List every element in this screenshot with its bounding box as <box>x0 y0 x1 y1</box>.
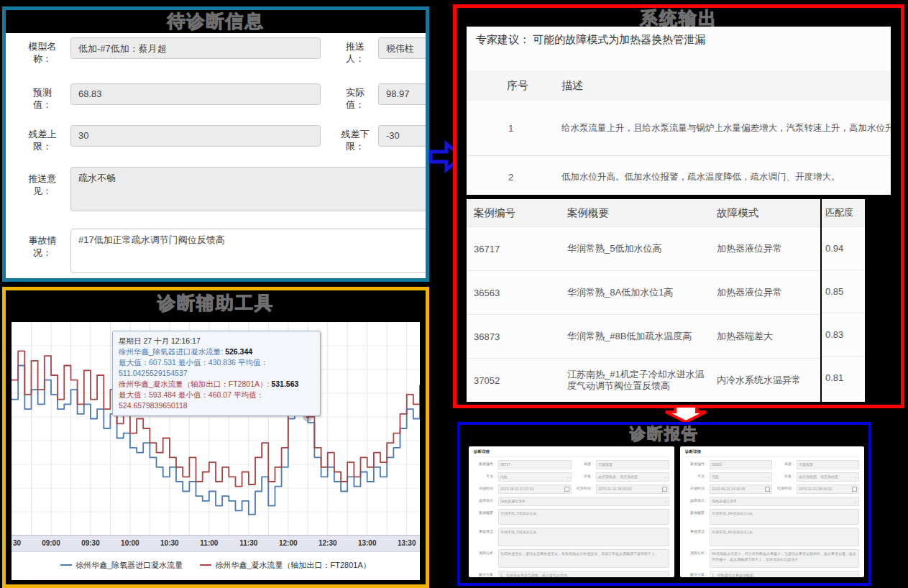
report-solution-label: 解决方案： <box>685 571 708 577</box>
panel-system-output: 系统输出 专家建议： 可能的故障模式为加热器换热管泄漏 序号 描述 1 给水泵流… <box>453 4 904 408</box>
case-row[interactable]: 37052 江苏南热_#1机定子冷却水进水温度气动调节阀位置反馈高 内冷水系统水… <box>467 358 820 402</box>
chevron-down-icon: ⌄ <box>664 474 667 480</box>
calendar-icon[interactable] <box>662 487 667 492</box>
actual-value-input[interactable]: 98.97 <box>378 83 426 105</box>
report-start-datepicker[interactable]: 2019-08-03 07:07:01 <box>498 484 572 494</box>
case-fault-mode: 加热器端差大 <box>711 330 820 343</box>
report-mode-select[interactable]: 加热器液位异常⌄ <box>710 497 859 506</box>
report-incident-label: 事故情况： <box>474 528 497 546</box>
report-source-input[interactable]: 早期预警 <box>797 460 859 469</box>
case-fault-mode: 加热器液位异常 <box>711 242 820 255</box>
report-card: 诊断详情 案例编号： 36717 来源： 早期预警 专业： 汽机⌄ 设备： 高压… <box>469 446 674 577</box>
report-incident-textarea[interactable]: 华润常熟_8A低加水位1高 <box>710 528 859 546</box>
report-incident-textarea[interactable]: 华润常熟_5低加水位高 <box>498 528 669 546</box>
report-cause-label: 原因分析： <box>474 549 497 568</box>
report-solution-textarea[interactable]: 1、控制凝结水量波动幅度。 2、优化正常疏水调节阀控制逻辑。 3、考虑改造扩大疏… <box>710 571 859 577</box>
desc-header-desc: 描述 <box>561 79 583 93</box>
tooltip-series1-stats: 最大值：607.531 最小值：430.836 平均值：511.04255291… <box>119 357 314 379</box>
description-table-header: 序号 描述 <box>467 70 891 101</box>
case-header-id: 案例编号 <box>467 206 567 220</box>
residual-lower-label: 残差下限： <box>341 128 370 152</box>
report-source-input[interactable]: 早期预警 <box>596 460 669 469</box>
match-value: 0.83 <box>822 313 865 356</box>
panel-title-diagnosis-tool: 诊断辅助工具 <box>6 290 426 315</box>
calendar-icon[interactable] <box>852 487 857 492</box>
x-axis-tick: 10:00 <box>118 539 142 547</box>
flow-arrow-down-icon <box>663 405 709 423</box>
chart-legend: 徐州华鑫_除氧器进口凝水流量徐州华鑫_凝水流量（轴加出口：FT2801A） <box>12 551 420 578</box>
expert-advice-label: 专家建议： <box>476 33 530 45</box>
tooltip-series1-value: 徐州华鑫_除氧器进口凝水流量: 526.344 <box>119 346 314 357</box>
report-incident-label: 事故情况： <box>685 528 708 546</box>
x-axis-tick: 12:00 <box>276 539 301 547</box>
match-score-card: 匹配度 0.94 0.85 0.83 0.81 <box>822 199 865 402</box>
case-row[interactable]: 36873 华润常熟_#8B低加疏水温度高 加热器端差大 <box>467 314 820 358</box>
case-row[interactable]: 36563 华润常熟_8A低加水位1高 加热器液位异常 <box>467 270 820 314</box>
residual-lower-input[interactable]: -30 <box>378 125 426 147</box>
push-opinion-textarea[interactable]: 疏水不畅 <box>70 167 426 211</box>
report-solution-textarea[interactable]: 1、负荷变化率适当调整，减少凝结水扰动。 2、关注低加水位跟踪情况，若正常疏水调… <box>498 571 669 577</box>
legend-item[interactable]: 徐州华鑫_除氧器进口凝水流量 <box>60 560 183 571</box>
model-name-label: 模型名称： <box>24 40 60 65</box>
x-axis-tick: 11:30 <box>237 539 261 547</box>
report-summary-textarea[interactable]: 华润常熟_5低加水位高 <box>498 509 669 525</box>
x-axis-tick: 11:00 <box>197 539 221 547</box>
report-mode-select[interactable]: 加热器液位异常⌄ <box>498 497 669 506</box>
panel-title-system-output: 系统输出 <box>457 8 901 28</box>
report-cause-textarea[interactable]: 8A低加疏水压差小，经分析判断疏水量偏大，当凝结水量变化较快时，疏水量变化慢，疏… <box>710 549 859 568</box>
report-summary-label: 案例概要： <box>474 509 497 525</box>
case-summary: 江苏南热_#1机定子冷却水进水温度气动调节阀位置反馈高 <box>567 369 711 392</box>
report-device-label: 设备： <box>772 472 795 482</box>
report-device-select[interactable]: 高压加热器、低压加热器⌄ <box>797 472 859 482</box>
description-row[interactable]: 2 低加水位升高。低加水位报警，疏水温度降低，疏水调门、开度增大。 <box>467 155 891 198</box>
report-end-label: 结束时间： <box>572 484 595 494</box>
report-card: 诊断详情 案例编号： 36563 来源： 早期预警 专业： 汽机⌄ 设备： 高压… <box>680 446 864 577</box>
case-summary: 华润常熟_5低加水位高 <box>567 243 711 254</box>
report-device-select[interactable]: 高压加热器、低压加热器⌄ <box>596 472 669 482</box>
report-major-select[interactable]: 汽机⌄ <box>498 472 572 482</box>
case-fault-mode: 加热器液位异常 <box>711 286 820 299</box>
chevron-down-icon: ⌄ <box>854 498 857 505</box>
report-case-id-input[interactable]: 36563 <box>710 460 772 469</box>
report-end-datepicker[interactable]: 1970-01-01 08:00:00 <box>797 484 859 494</box>
report-card-title: 诊断详情 <box>685 449 859 457</box>
report-summary-textarea[interactable]: 华润常熟_8A低加水位1高 <box>710 509 859 525</box>
chevron-down-icon: ⌄ <box>664 498 667 505</box>
case-summary: 华润常熟_8A低加水位1高 <box>567 287 711 298</box>
case-row[interactable]: 36717 华润常熟_5低加水位高 加热器液位异常 <box>467 226 820 270</box>
pusher-label: 推送人： <box>341 40 370 65</box>
diagnosis-info-form: 模型名称： 低加-#7低加：蔡月超 推送人： 税伟柱 预测值： 68.83 实际… <box>6 33 426 278</box>
residual-upper-input[interactable]: 30 <box>70 125 321 147</box>
report-source-label: 来源： <box>572 460 595 469</box>
residual-upper-label: 残差上限： <box>24 128 60 152</box>
report-major-select[interactable]: 汽机⌄ <box>710 472 772 482</box>
calendar-icon[interactable] <box>564 487 569 492</box>
report-end-datepicker[interactable]: 1970-01-01 08:00:00 <box>596 484 669 494</box>
calendar-icon[interactable] <box>765 487 770 492</box>
case-fault-mode: 内冷水系统水温异常 <box>711 374 820 387</box>
report-case-id-label: 案例编号： <box>685 460 708 469</box>
incident-textarea[interactable]: #17低加正常疏水调节门阀位反馈高 <box>70 229 426 273</box>
expert-advice: 专家建议： 可能的故障模式为加热器换热管泄漏 <box>467 27 891 53</box>
predicted-value-input[interactable]: 68.83 <box>70 83 321 105</box>
report-cause-textarea[interactable]: 负荷快速变化，凝结水流量快速变化，导致低加水位快速波动，低加正常疏水调阀调节速率… <box>498 549 669 568</box>
pusher-input[interactable]: 税伟柱 <box>378 37 426 59</box>
report-case-id-input[interactable]: 36717 <box>498 460 572 469</box>
panel-title-diagnosis-report: 诊断报告 <box>460 425 868 444</box>
report-major-label: 专业： <box>685 472 708 482</box>
chevron-down-icon: ⌄ <box>567 474 569 480</box>
match-header: 匹配度 <box>822 199 865 226</box>
report-start-label: 开始时间： <box>685 484 708 494</box>
report-major-label: 专业： <box>474 472 497 482</box>
case-summary: 华润常熟_#8B低加疏水温度高 <box>567 331 711 342</box>
report-mode-label: 故障模式： <box>685 497 708 506</box>
chart-tooltip: 星期日 27 十月 12:16:17 徐州华鑫_除氧器进口凝水流量: 526.3… <box>112 331 321 416</box>
x-axis-tick: 13:00 <box>355 539 380 547</box>
report-card-title: 诊断详情 <box>474 449 669 457</box>
description-row[interactable]: 1 给水泵流量上升，且给水泵流量与锅炉上水量偏差增大，汽泵转速上升，高加水位升高 <box>467 101 891 155</box>
x-axis-tick: 09:30 <box>78 539 103 547</box>
legend-item[interactable]: 徐州华鑫_凝水流量（轴加出口：FT2801A） <box>200 560 370 571</box>
report-start-datepicker[interactable]: 2019-06-23 14:30:45 <box>710 484 772 494</box>
trend-chart: 星期日 27 十月 12:16:17 徐州华鑫_除氧器进口凝水流量: 526.3… <box>12 322 420 580</box>
model-name-input[interactable]: 低加-#7低加：蔡月超 <box>70 37 321 59</box>
